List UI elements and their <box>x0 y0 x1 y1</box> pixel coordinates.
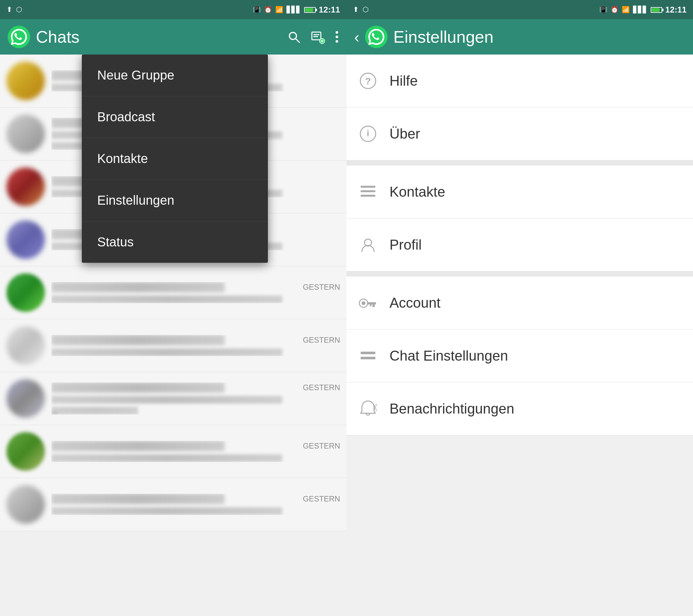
avatar <box>6 326 45 365</box>
chat-name-blur <box>51 282 224 292</box>
chat-content: GESTERN <box>51 282 340 303</box>
chat-einstellungen-label: Chat Einstellungen <box>390 348 508 364</box>
right-app-bar: ‹ Einstellungen <box>346 19 693 55</box>
right-status-bar-right: 📳 ⏰ 📶 ▋▋▋ 12:11 <box>599 5 687 15</box>
chat-content: GESTERN <box>51 335 340 356</box>
help-icon: ? <box>357 69 379 92</box>
chat-preview-blur <box>51 296 282 303</box>
settings-item-uber[interactable]: i Über <box>346 107 693 160</box>
svg-point-11 <box>336 40 338 43</box>
svg-text:?: ? <box>365 76 371 86</box>
avatar <box>6 432 45 471</box>
menu-item-status[interactable]: Status <box>82 221 268 263</box>
chat-content: GESTERN ... <box>51 382 340 415</box>
chat-name-blur <box>51 494 224 504</box>
avatar <box>6 379 45 418</box>
profile-icon <box>357 234 379 256</box>
kontakte-label: Kontakte <box>390 184 445 200</box>
vibrate-icon: 📳 <box>253 6 261 14</box>
avatar <box>6 115 45 153</box>
settings-item-kontakte[interactable]: Kontakte <box>346 165 693 218</box>
chat-list: GESTERN GESTERN GESTERN <box>0 55 346 616</box>
account-label: Account <box>390 295 440 311</box>
notification-icon: ⬆ <box>6 5 12 14</box>
left-app-bar: Chats <box>0 19 346 55</box>
right-panel: ⬆ ⬡ 📳 ⏰ 📶 ▋▋▋ 12:11 ‹ Einstellungen <box>346 0 693 616</box>
svg-rect-19 <box>361 195 375 197</box>
battery-indicator <box>304 5 316 14</box>
settings-item-chat-einstellungen[interactable]: Chat Einstellungen <box>346 330 693 382</box>
svg-point-22 <box>361 301 365 305</box>
wifi-icon: 📶 <box>275 6 283 14</box>
chat-preview-blur <box>51 454 282 462</box>
svg-rect-18 <box>361 190 375 192</box>
svg-rect-3 <box>312 32 321 40</box>
menu-item-broadcast[interactable]: Broadcast <box>82 96 268 138</box>
more-options-button[interactable] <box>335 30 339 44</box>
right-signal-icon: ▋▋▋ <box>633 6 648 14</box>
chat-time: GESTERN <box>303 383 340 392</box>
chat-preview-blur <box>51 507 282 515</box>
time-display: 12:11 <box>319 5 340 15</box>
settings-item-profil[interactable]: Profil <box>346 218 693 272</box>
settings-item-benachrichtigungen[interactable]: Benachrichtigungen <box>346 382 693 435</box>
avatar <box>6 62 45 100</box>
chat-time: GESTERN <box>303 494 340 503</box>
status-bar-right: 📳 ⏰ 📶 ▋▋▋ 12:11 <box>253 5 340 15</box>
dropdown-menu: Neue Gruppe Broadcast Kontakte Einstellu… <box>82 55 268 263</box>
settings-divider-1 <box>346 160 693 165</box>
search-button[interactable] <box>287 30 301 44</box>
contacts-icon <box>357 181 379 203</box>
chat-item[interactable]: GESTERN <box>0 478 346 531</box>
settings-item-account[interactable]: Account <box>346 277 693 330</box>
chat-preview-blur <box>51 349 282 356</box>
svg-rect-26 <box>361 352 375 354</box>
app-bar-icons <box>287 29 339 44</box>
left-status-bar: ⬆ ⬡ 📳 ⏰ 📶 ▋▋▋ 12:11 <box>0 0 346 19</box>
info-icon: i <box>357 123 379 145</box>
chat-item[interactable]: GESTERN ... <box>0 372 346 425</box>
menu-item-neue-gruppe[interactable]: Neue Gruppe <box>82 55 268 96</box>
right-wifi-icon: 📶 <box>622 6 630 14</box>
menu-item-kontakte[interactable]: Kontakte <box>82 138 268 180</box>
svg-line-2 <box>296 39 299 42</box>
chat-item[interactable]: GESTERN <box>0 319 346 372</box>
chat-preview-blur <box>51 396 282 404</box>
menu-item-einstellungen[interactable]: Einstellungen <box>82 180 268 221</box>
svg-text:i: i <box>367 128 369 138</box>
chat-content: GESTERN <box>51 441 340 462</box>
notifications-icon <box>357 398 379 420</box>
settings-list: ? Hilfe i Über <box>346 55 693 616</box>
avatar <box>6 485 45 523</box>
chats-title: Chats <box>36 27 281 46</box>
left-panel: ⬆ ⬡ 📳 ⏰ 📶 ▋▋▋ 12:11 Chats <box>0 0 346 616</box>
chat-name-blur <box>51 441 224 451</box>
settings-item-hilfe[interactable]: ? Hilfe <box>346 55 693 107</box>
back-button[interactable]: ‹ <box>354 28 359 46</box>
signal-icon: ▋▋▋ <box>286 6 301 14</box>
whatsapp-logo <box>8 26 30 48</box>
right-app-icon: ⬡ <box>362 5 369 14</box>
chat-settings-icon <box>357 344 379 367</box>
avatar <box>6 220 45 259</box>
chat-name-blur <box>51 382 224 393</box>
hilfe-label: Hilfe <box>390 73 418 89</box>
chat-item[interactable]: GESTERN <box>0 425 346 478</box>
benachrichtigungen-label: Benachrichtigungen <box>390 401 514 417</box>
chat-item[interactable]: GESTERN <box>0 266 346 319</box>
svg-point-10 <box>336 36 338 38</box>
svg-rect-27 <box>361 357 375 359</box>
chat-name-blur <box>51 335 224 345</box>
right-status-bar: ⬆ ⬡ 📳 ⏰ 📶 ▋▋▋ 12:11 <box>346 0 693 19</box>
status-bar-left-icons: ⬆ ⬡ <box>6 5 22 14</box>
alarm-icon: ⏰ <box>264 6 272 14</box>
right-alarm-icon: ⏰ <box>611 6 618 14</box>
new-chat-button[interactable] <box>311 29 325 44</box>
chat-time: GESTERN <box>303 283 340 292</box>
avatar <box>6 167 45 206</box>
chat-content: GESTERN <box>51 494 340 515</box>
svg-rect-17 <box>361 186 375 188</box>
svg-rect-24 <box>373 304 375 307</box>
profil-label: Profil <box>390 237 421 253</box>
svg-rect-25 <box>370 304 372 306</box>
